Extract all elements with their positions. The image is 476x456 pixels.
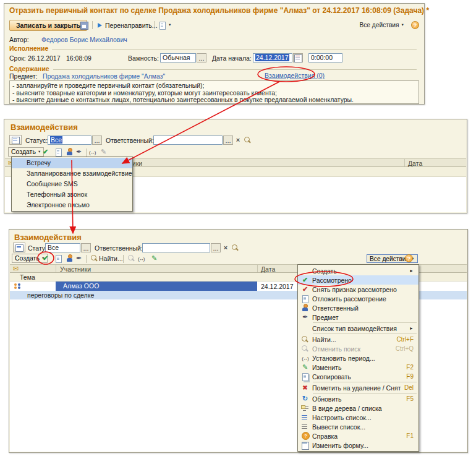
context-menu-item-label: Изменить форму...	[312, 442, 414, 449]
submenu-arrow-icon: ►	[409, 326, 414, 330]
redirect-button[interactable]: Перенаправить...	[105, 22, 158, 29]
shortcut-label: Del	[404, 384, 414, 391]
context-menu-item[interactable]: В виде дерева / списка	[298, 403, 419, 413]
column-date[interactable]: Дата	[408, 160, 422, 167]
set-period-icon[interactable]	[89, 148, 98, 157]
set-period-icon[interactable]	[138, 254, 147, 263]
menu-separator	[313, 393, 417, 394]
column-date[interactable]: Дата	[261, 265, 275, 273]
create-menu-item[interactable]: Сообщение SMS	[12, 179, 132, 189]
save-and-close-button[interactable]: Записать и закрыть	[9, 20, 87, 31]
column-participants[interactable]: Участники	[60, 265, 91, 273]
context-menu-item[interactable]: Отложить рассмотрение	[298, 294, 419, 303]
shortcut-label: F2	[406, 364, 414, 371]
context-menu-item[interactable]: ИзменитьF2	[298, 363, 419, 372]
delete-red-icon	[300, 384, 310, 392]
context-menu-item[interactable]: ОбновитьF5	[298, 394, 419, 403]
context-menu-item[interactable]: Настроить список...	[298, 413, 419, 422]
responsible-field[interactable]	[142, 243, 210, 252]
section-content-label: Содержание	[9, 65, 49, 72]
form-list-icon[interactable]	[9, 135, 22, 145]
column-separator[interactable]	[257, 265, 258, 272]
start-time-field[interactable]: 0:00:00	[308, 53, 342, 62]
context-menu-item-label: Отложить рассмотрение	[312, 295, 414, 303]
context-menu-item[interactable]: Список тип взаимодействия►	[298, 324, 419, 333]
responsible-select-button[interactable]: ...	[223, 136, 233, 145]
context-menu-item[interactable]: Установить период...	[298, 353, 419, 363]
context-menu-item[interactable]: Снять признак рассмотрено	[298, 285, 419, 294]
start-date-value: 24.12.2017	[255, 54, 289, 61]
context-menu-item[interactable]: Предмет	[298, 312, 419, 322]
pen-icon	[300, 313, 310, 321]
subject-icon[interactable]	[76, 254, 85, 263]
context-menu-item[interactable]: Рассмотрено	[298, 275, 419, 285]
reviewed-icon[interactable]	[43, 148, 51, 157]
context-menu-item[interactable]: Изменить форму...	[298, 441, 419, 450]
column-separator[interactable]	[404, 159, 405, 166]
save-icon[interactable]	[80, 21, 88, 30]
importance-field[interactable]: Обычная	[160, 53, 196, 62]
context-menu-item[interactable]: Создать►	[298, 266, 419, 275]
start-date-field[interactable]: 24.12.2017	[253, 53, 292, 62]
status-field[interactable]: Все	[48, 136, 91, 145]
create-button[interactable]: Создать	[8, 147, 44, 157]
context-menu-item[interactable]: СкопироватьF9	[298, 372, 419, 381]
responsible-icon[interactable]	[65, 254, 74, 263]
status-select-button[interactable]: ...	[92, 136, 102, 145]
calendar-button[interactable]	[293, 53, 303, 62]
shortcut-label: F9	[406, 373, 414, 380]
column-separator[interactable]	[56, 265, 56, 272]
importance-select-button[interactable]: ...	[197, 53, 206, 62]
create-menu-item[interactable]: Электронное письмо	[12, 200, 132, 210]
edit-icon[interactable]	[151, 254, 160, 263]
task-window: Отразить первичный контакт по сделке Про…	[4, 3, 425, 105]
responsible-field[interactable]	[153, 136, 223, 145]
term-label: Срок:	[9, 54, 26, 62]
magnifier-grey-icon	[300, 345, 310, 353]
defer-review-icon[interactable]	[54, 254, 62, 263]
defer-review-icon[interactable]	[54, 148, 62, 157]
help-icon	[300, 432, 310, 440]
status-select-button[interactable]: ...	[81, 243, 91, 252]
clear-icon[interactable]: ×	[234, 136, 242, 145]
section-execution-label: Исполнение	[9, 45, 48, 52]
find-icon[interactable]	[90, 254, 98, 263]
context-menu-item[interactable]: Пометить на удаление / Снять пометкуDel	[298, 383, 419, 392]
task-toolbar: Записать и закрыть Перенаправить... Все …	[4, 20, 424, 32]
find-button[interactable]: Найти...	[99, 255, 123, 262]
help-icon[interactable]: ?	[405, 254, 413, 262]
shortcut-label: Ctrl+F	[397, 336, 414, 343]
responsible-icon[interactable]	[65, 148, 74, 157]
create-menu-item[interactable]: Запланированное взаимодействие	[12, 168, 132, 179]
subject-icon[interactable]	[76, 148, 85, 157]
create-menu-item[interactable]: Телефонный звонок	[12, 189, 132, 200]
edit-icon[interactable]	[101, 148, 109, 157]
date-cell[interactable]: 24.12.2017	[261, 283, 294, 290]
interactions-count-link[interactable]: Взаимодействия (0)	[265, 72, 325, 79]
search-icon[interactable]	[243, 136, 252, 145]
form-list-icon[interactable]	[13, 243, 25, 252]
status-value: Все	[50, 136, 62, 144]
help-icon[interactable]: ?	[411, 21, 419, 29]
task-description-box[interactable]: - запланируйте и проведите первичный кон…	[9, 80, 419, 104]
description-line: - запланируйте и проведите первичный кон…	[12, 82, 416, 90]
context-menu-item[interactable]: Найти...Ctrl+F	[298, 335, 419, 344]
redirect-icon[interactable]	[96, 21, 104, 30]
context-menu-item[interactable]: СправкаF1	[298, 431, 419, 441]
search-icon[interactable]	[231, 244, 239, 252]
edit-form-icon	[300, 441, 310, 449]
context-menu-item[interactable]: Вывести список...	[298, 422, 419, 431]
importance-value: Обычная	[163, 54, 190, 61]
participant-cell[interactable]: Алмаз ООО	[56, 282, 257, 291]
create-based-on-dropdown[interactable]	[166, 22, 171, 28]
meeting-icon	[13, 282, 22, 291]
context-menu-item[interactable]: Ответственный	[298, 303, 419, 312]
reviewed-icon[interactable]	[43, 254, 51, 263]
tree-icon	[300, 404, 310, 412]
clear-icon[interactable]: ×	[222, 243, 229, 252]
create-menu-item[interactable]: Встречу	[12, 158, 132, 168]
all-actions-button[interactable]: Все действия	[359, 22, 404, 28]
responsible-select-button[interactable]: ...	[211, 243, 221, 252]
status-field[interactable]: Все	[45, 243, 80, 252]
create-based-on-icon[interactable]	[158, 21, 166, 30]
